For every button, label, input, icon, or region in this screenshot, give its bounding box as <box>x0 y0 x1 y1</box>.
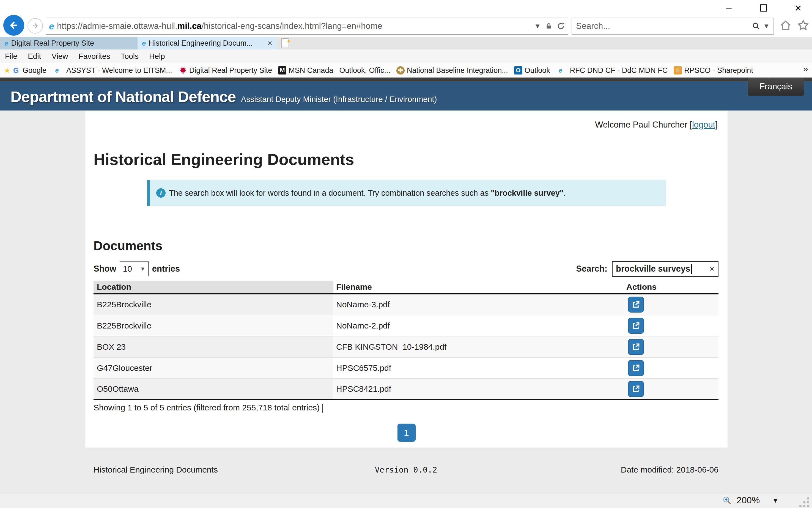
logout-link[interactable]: logout <box>692 120 715 129</box>
sharepoint-icon: ⁘ <box>674 66 682 75</box>
external-link-icon <box>632 385 640 393</box>
forward-arrow-icon <box>31 22 39 30</box>
open-document-button[interactable] <box>628 360 644 376</box>
menu-help[interactable]: Help <box>149 52 165 61</box>
welcome-line: Welcome Paul Churcher [logout] <box>85 111 728 130</box>
page-content: Welcome Paul Churcher [logout] Historica… <box>85 111 728 448</box>
documents-search-input[interactable]: brockville surveys × <box>612 261 719 277</box>
menu-bar: File Edit View Favorites Tools Help <box>0 49 812 63</box>
external-link-icon <box>632 300 640 309</box>
cell-location: O50Ottawa <box>93 379 333 400</box>
favorite-rpsco-sharepoint[interactable]: ⁘ RPSCO - Sharepoint <box>674 66 753 75</box>
tab-close-icon[interactable]: × <box>264 39 272 48</box>
open-document-button[interactable] <box>628 297 644 312</box>
external-link-icon <box>632 342 640 351</box>
cell-filename: NoName-3.pdf <box>333 294 623 315</box>
text-cursor <box>691 264 692 274</box>
menu-tools[interactable]: Tools <box>121 52 138 61</box>
address-dropdown-icon[interactable]: ▼ <box>534 22 541 30</box>
chevron-down-icon: ▼ <box>140 266 146 272</box>
search-label: Search: <box>576 264 607 274</box>
zoom-level: 200% <box>737 495 760 506</box>
favorite-msn-canada[interactable]: M MSN Canada <box>278 66 333 75</box>
column-header-filename[interactable]: Filename <box>333 281 623 294</box>
table-row: B225Brockville NoName-2.pdf <box>93 315 719 336</box>
close-button[interactable]: × <box>790 1 807 15</box>
url-text: https://admie-smaie.ottawa-hull.mil.ca/h… <box>57 21 382 31</box>
ie-favicon: e <box>4 39 8 48</box>
zoom-magnifier-icon <box>722 496 732 505</box>
new-tab-button[interactable]: ✦ <box>277 37 294 49</box>
external-link-icon <box>632 364 640 373</box>
home-icon[interactable] <box>779 19 792 32</box>
cell-location: B225Brockville <box>93 294 333 315</box>
footer-version: Version 0.0.2 <box>93 465 719 474</box>
menu-favorites[interactable]: Favorites <box>79 52 110 61</box>
info-icon: i <box>156 188 166 198</box>
maximize-icon <box>760 4 767 11</box>
favorites-overflow-chevron[interactable]: » <box>803 63 808 74</box>
cell-location: G47Gloucester <box>93 357 333 379</box>
search-dropdown-icon[interactable]: ▼ <box>763 22 770 30</box>
menu-file[interactable]: File <box>5 52 17 61</box>
maximize-button[interactable] <box>755 1 772 15</box>
refresh-icon[interactable] <box>557 22 565 30</box>
table-controls: Show 10 ▼ entries Search: brockville sur… <box>93 261 719 277</box>
star-icon[interactable]: ★ <box>3 66 11 75</box>
favorite-assyst[interactable]: e ASSYST - Welcome to EITSM... <box>52 66 172 75</box>
new-tab-spark-icon: ✦ <box>286 38 291 45</box>
favorite-digital-real-property[interactable]: Digital Real Property Site <box>178 66 272 75</box>
back-button[interactable] <box>3 15 24 36</box>
info-text: The search box will look for words found… <box>169 188 566 198</box>
forward-button[interactable] <box>28 18 43 34</box>
page-size-select[interactable]: 10 ▼ <box>120 261 149 276</box>
address-bar[interactable]: e https://admie-smaie.ottawa-hull.mil.ca… <box>46 17 568 35</box>
dnd-banner: Department of National Defence Assistant… <box>0 81 812 111</box>
page-1-button[interactable]: 1 <box>398 424 416 442</box>
browser-status-bar: 200% ▼ <box>0 493 812 508</box>
outlook-icon: O <box>514 66 522 75</box>
favorites-star-icon[interactable] <box>797 19 810 32</box>
banner-subtitle: Assistant Deputy Minister (Infrastructur… <box>241 95 437 103</box>
menu-edit[interactable]: Edit <box>28 52 41 61</box>
documents-table: Location Filename Actions B225Brockville… <box>93 281 719 400</box>
zoom-dropdown-icon[interactable]: ▼ <box>772 496 779 505</box>
favorite-national-baseline[interactable]: ✚ National Baseline Integration... <box>396 66 508 75</box>
favorite-outlook[interactable]: O Outlook <box>514 66 550 75</box>
resize-grip[interactable] <box>798 496 809 507</box>
browser-nav-bar: e https://admie-smaie.ottawa-hull.mil.ca… <box>0 16 812 37</box>
open-document-button[interactable] <box>628 381 644 397</box>
search-icon[interactable] <box>752 22 760 30</box>
open-document-button[interactable] <box>628 318 644 334</box>
menu-view[interactable]: View <box>51 52 68 61</box>
minimize-button[interactable]: − <box>721 1 737 15</box>
ie-icon: e <box>52 66 62 75</box>
table-header-row: Location Filename Actions <box>93 281 719 294</box>
banner-top-strip <box>0 78 812 81</box>
browser-search-placeholder: Search... <box>576 21 610 31</box>
table-row: BOX 23 CFB KINGSTON_10-1984.pdf <box>93 336 719 357</box>
open-document-button[interactable] <box>628 339 644 355</box>
tab-bar: e Digital Real Property Site e Historica… <box>0 37 812 49</box>
tab-digital-real-property[interactable]: e Digital Real Property Site <box>0 37 137 49</box>
table-row: G47Gloucester HPSC6575.pdf <box>93 357 719 379</box>
favorite-google[interactable]: G Google <box>11 66 46 75</box>
table-row: O50Ottawa HPSC8421.pdf <box>93 379 719 400</box>
cell-filename: NoName-2.pdf <box>333 315 623 336</box>
clear-search-icon[interactable]: × <box>709 264 714 273</box>
zoom-control[interactable]: 200% ▼ <box>722 495 779 506</box>
documents-heading: Documents <box>93 238 728 253</box>
favorite-outlook-office[interactable]: Outlook, Offic... <box>339 66 390 75</box>
language-toggle-button[interactable]: Français <box>748 78 804 96</box>
favorite-rfc-dnd[interactable]: e RFC DND CF - DdC MDN FC <box>556 66 667 75</box>
badge-icon: ✚ <box>396 66 405 75</box>
window-titlebar: − × <box>0 0 812 16</box>
browser-search-box[interactable]: Search... ▼ <box>572 17 774 35</box>
external-link-icon <box>632 321 640 330</box>
column-header-location[interactable]: Location <box>93 281 333 294</box>
tab-historical-engineering[interactable]: e Historical Engineering Docum... × <box>137 37 277 49</box>
cell-location: B225Brockville <box>93 315 333 336</box>
banner-title: Department of National Defence <box>10 88 236 105</box>
maple-leaf-icon <box>178 66 187 75</box>
cell-filename: CFB KINGSTON_10-1984.pdf <box>333 336 623 357</box>
